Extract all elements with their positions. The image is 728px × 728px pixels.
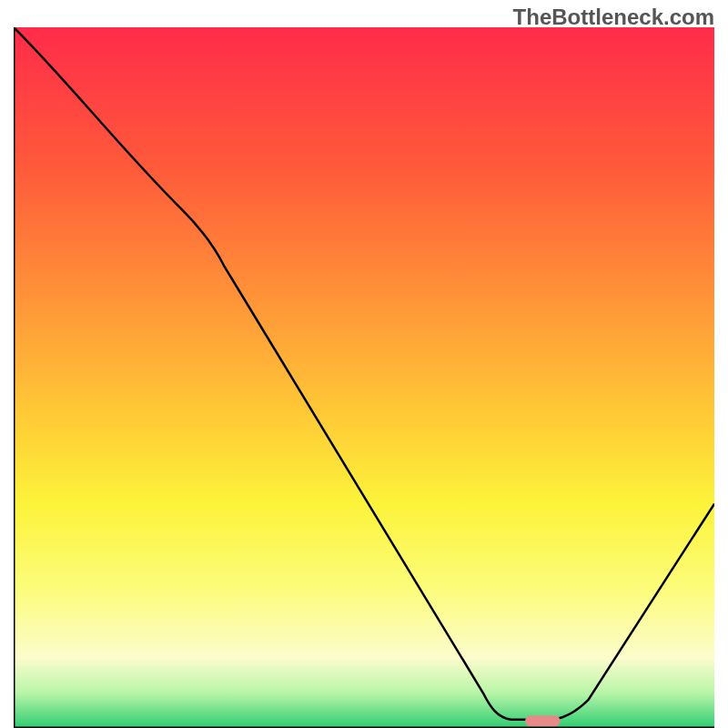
optimal-marker [525,715,561,726]
chart-container [14,27,714,728]
gradient-background [14,27,714,728]
watermark-label: TheBottleneck.com [513,5,714,30]
bottleneck-chart [14,27,714,728]
